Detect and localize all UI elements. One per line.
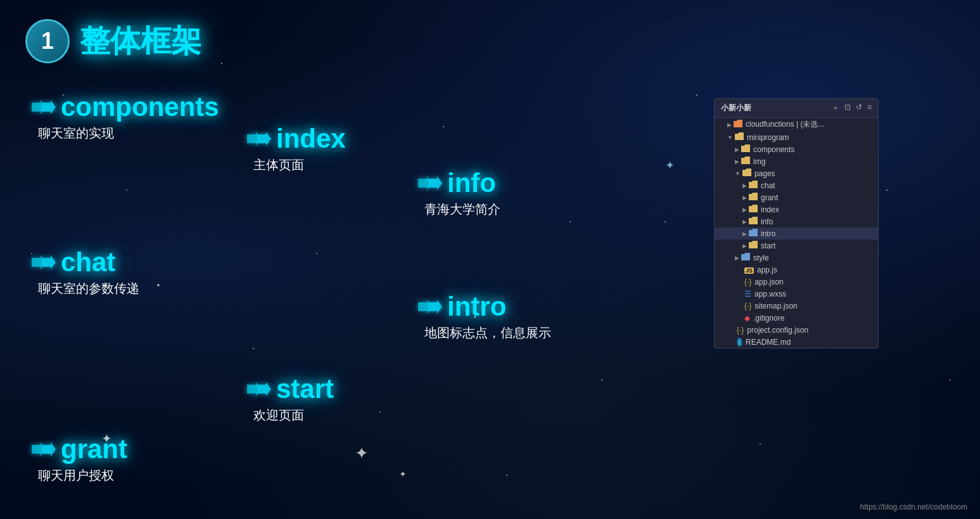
tree-arrow: ▶ <box>735 158 739 165</box>
tree-file-icon <box>741 144 750 154</box>
main-content: 1 整体框架 components 聊天室的实现 index 主体页面 info… <box>0 0 980 519</box>
node-title-index: index <box>247 124 346 154</box>
tree-file-icon: {·} <box>744 301 751 311</box>
node-label-start: start <box>276 374 334 404</box>
node-label-grant: grant <box>61 434 127 465</box>
sparkle-1: ✦ <box>101 431 112 446</box>
node-start: start 欢迎页面 <box>247 374 334 424</box>
tree-item[interactable]: ▶components <box>715 143 878 155</box>
tree-item-label: start <box>761 241 775 250</box>
tree-item[interactable]: ▶img <box>715 155 878 167</box>
svg-marker-1 <box>42 100 56 114</box>
tree-item[interactable]: ▶start <box>715 240 878 252</box>
node-subtitle-index: 主体页面 <box>247 157 346 174</box>
tree-file-icon <box>742 169 751 178</box>
node-title-intro: intro <box>418 292 551 322</box>
tree-item-label: intro <box>761 229 775 238</box>
tree-file-icon <box>734 120 742 129</box>
node-title-start: start <box>247 374 334 404</box>
title-section: 1 整体框架 <box>25 19 201 63</box>
arrow-icon-intro <box>418 300 442 314</box>
node-label-chat: chat <box>61 247 115 278</box>
tree-file-icon: ☰ <box>744 289 751 298</box>
tree-item[interactable]: {·}app.json <box>715 276 878 288</box>
tree-file-icon: JS <box>744 265 754 274</box>
tree-file-icon: ℹ <box>737 337 742 347</box>
node-subtitle-chat: 聊天室的参数传递 <box>32 280 139 297</box>
svg-marker-13 <box>42 442 56 456</box>
svg-marker-11 <box>257 382 271 396</box>
tree-file-icon <box>749 193 758 202</box>
tree-item[interactable]: ▼pages <box>715 167 878 179</box>
tree-item-label: img <box>753 157 765 166</box>
tree-arrow: ▶ <box>735 255 739 261</box>
arrow-icon-index <box>247 132 271 146</box>
node-subtitle-intro: 地图标志点，信息展示 <box>418 324 551 342</box>
tree-item-label: project.config.json <box>747 326 808 335</box>
tree-arrow: ▶ <box>727 122 732 128</box>
tree-arrow: ▶ <box>742 219 747 225</box>
tree-item[interactable]: ☰app.wxss <box>715 288 878 300</box>
file-tree-toolbar: ＋ ⊡ ↺ ≡ <box>832 103 872 113</box>
tree-item[interactable]: ▶cloudfunctions | (未选... <box>715 118 878 131</box>
arrow-icon-info <box>418 176 442 190</box>
sparkle-5: ✦ <box>665 158 675 172</box>
node-title-grant: grant <box>32 434 127 465</box>
refresh-icon[interactable]: ↺ <box>856 103 862 113</box>
tree-item[interactable]: ▶index <box>715 203 878 215</box>
tree-file-icon <box>749 205 758 214</box>
tree-item[interactable]: ▶grant <box>715 191 878 203</box>
tree-item[interactable]: ℹREADME.md <box>715 336 878 348</box>
tree-item[interactable]: ▼miniprogram <box>715 131 878 143</box>
node-subtitle-grant: 聊天用户授权 <box>32 467 127 484</box>
tree-item[interactable]: ▶info <box>715 215 878 227</box>
tree-item-label: .gitignore <box>753 314 784 323</box>
tree-arrow: ▶ <box>742 195 747 201</box>
tree-item-label: index <box>761 205 779 214</box>
tree-file-icon <box>749 241 758 250</box>
file-tree-panel: 小新小新 ＋ ⊡ ↺ ≡ ▶cloudfunctions | (未选...▼mi… <box>714 98 879 349</box>
tree-item-label: grant <box>761 193 778 202</box>
node-info: info 青海大学简介 <box>418 168 500 218</box>
tree-arrow: ▼ <box>727 134 733 141</box>
sparkle-4: ✦ <box>399 469 407 479</box>
arrow-icon-grant <box>32 442 56 456</box>
node-label-index: index <box>276 124 346 154</box>
svg-marker-7 <box>42 255 56 269</box>
tree-item[interactable]: JSapp.js <box>715 264 878 276</box>
add-icon[interactable]: ＋ <box>832 103 839 113</box>
tree-file-icon: ◆ <box>744 313 750 323</box>
tree-file-icon <box>741 253 750 262</box>
more-icon[interactable]: ≡ <box>867 103 872 113</box>
tree-item[interactable]: ◆.gitignore <box>715 312 878 324</box>
tree-item[interactable]: {·}project.config.json <box>715 324 878 336</box>
node-subtitle-start: 欢迎页面 <box>247 407 334 424</box>
tree-item-label: sitemap.json <box>754 302 797 311</box>
tree-file-icon <box>749 181 758 190</box>
arrow-icon-components <box>32 100 56 114</box>
tree-item[interactable]: ▶style <box>715 252 878 264</box>
tree-item-label: app.js <box>757 266 777 274</box>
tree-item-label: components <box>753 145 794 154</box>
node-chat: chat 聊天室的参数传递 <box>32 247 139 297</box>
node-title-components: components <box>32 92 219 122</box>
tree-arrow: ▶ <box>742 207 747 213</box>
file-tree-title: 小新小新 <box>721 103 751 113</box>
tree-arrow: ▶ <box>742 183 747 189</box>
page-title: 整体框架 <box>80 21 201 61</box>
title-badge: 1 <box>25 19 70 63</box>
svg-marker-9 <box>428 300 442 314</box>
node-intro: intro 地图标志点，信息展示 <box>418 292 551 342</box>
node-grant: grant 聊天用户授权 <box>32 434 127 484</box>
tree-item[interactable]: ▶intro <box>715 227 878 240</box>
split-icon[interactable]: ⊡ <box>844 103 851 113</box>
tree-item[interactable]: ▶chat <box>715 179 878 191</box>
tree-arrow: ▶ <box>735 146 739 153</box>
node-components: components 聊天室的实现 <box>32 92 219 142</box>
tree-item[interactable]: {·}sitemap.json <box>715 300 878 312</box>
tree-item-label: app.json <box>754 278 783 286</box>
sparkle-3: ✦ <box>355 444 369 463</box>
file-tree-body: ▶cloudfunctions | (未选...▼miniprogram▶com… <box>715 118 878 348</box>
tree-item-label: style <box>753 253 769 262</box>
tree-file-icon <box>741 157 750 166</box>
